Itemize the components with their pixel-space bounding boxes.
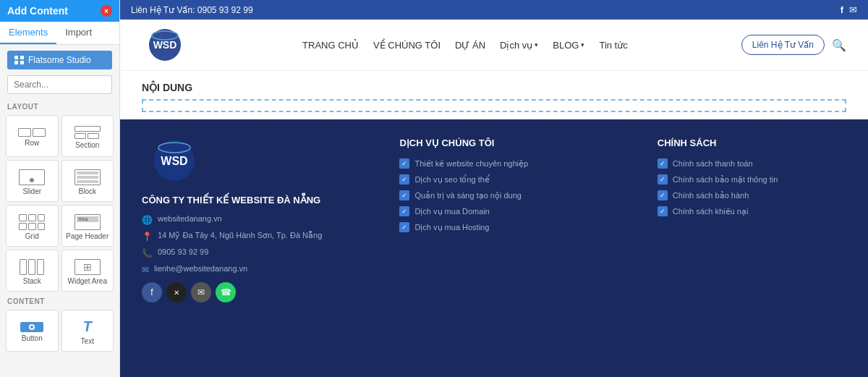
email-social-button[interactable]: ✉ (191, 282, 211, 302)
svg-text:WSD: WSD (153, 39, 177, 51)
close-button[interactable]: × (101, 5, 112, 17)
twitter-social-button[interactable]: ✕ (166, 282, 187, 302)
site-header: WSD TRANG CHỦ VỀ CHÚNG TÔI DỰ ÁN Dịch vụ… (120, 20, 868, 71)
footer-phone: 📞 0905 93 92 99 (142, 247, 378, 258)
footer-email: ✉ lienhe@websitedanang.vn (142, 264, 378, 275)
element-grid[interactable]: Grid (6, 205, 59, 247)
blog-chevron-icon: ▾ (581, 41, 584, 48)
check-icon-4: ✓ (399, 222, 409, 232)
element-widget-area[interactable]: ⊞ Widget Area (61, 250, 114, 292)
button-label: Button (22, 334, 43, 342)
phone-social-button[interactable]: ☎ (216, 282, 236, 302)
dich-vu-chevron-icon: ▾ (535, 41, 538, 48)
section-label-text: Section (75, 141, 99, 149)
slider-icon (19, 169, 45, 185)
element-page-header[interactable]: TITLE Page Header (61, 205, 114, 247)
policy-item-3: ✓ Chính sách khiếu nại (658, 206, 846, 216)
left-panel: Add Content × Elements Import Flatsome S… (0, 0, 120, 377)
element-row[interactable]: Row (6, 115, 59, 157)
mail-icon: ✉ (142, 265, 149, 275)
service-item-4: ✓ Dịch vụ mua Hosting (399, 222, 635, 232)
search-input[interactable] (7, 75, 112, 94)
content-drop-zone[interactable] (142, 99, 846, 112)
policy-item-1: ✓ Chính sách bảo mật thông tin (658, 174, 846, 185)
check-icon-p0: ✓ (658, 158, 668, 169)
facebook-icon[interactable]: f (841, 4, 843, 15)
website-icon: 🌐 (142, 215, 153, 225)
page-header-icon: TITLE (75, 214, 101, 230)
widget-area-label: Widget Area (68, 277, 107, 285)
stack-icon (20, 259, 44, 275)
nav-dich-vu[interactable]: Dịch vụ ▾ (500, 40, 538, 51)
search-icon[interactable]: 🔍 (832, 38, 846, 52)
footer-policies-col: CHÍNH SÁCH ✓ Chính sách thanh toán ✓ Chí… (658, 137, 846, 359)
grid-label: Grid (25, 232, 39, 240)
nav-trang-chu[interactable]: TRANG CHỦ (302, 40, 359, 51)
site-logo: WSD (142, 27, 189, 63)
tab-elements[interactable]: Elements (0, 22, 56, 44)
element-section[interactable]: Section (61, 115, 114, 157)
topbar-social-icons: f ✉ (841, 4, 857, 15)
slider-label: Slider (22, 187, 41, 195)
topbar-phone-text: Liên Hệ Tư Vấn: 0905 93 92 99 (131, 5, 253, 15)
footer-company-name: CÔNG TY THIẾT KẾ WEBSITE ĐÀ NẴNG (142, 195, 378, 206)
email-icon[interactable]: ✉ (849, 4, 857, 15)
service-item-0: ✓ Thiết kế website chuyên nghiệp (399, 158, 635, 169)
button-icon (20, 322, 43, 332)
text-label: Text (81, 337, 94, 345)
footer-policies-title: CHÍNH SÁCH (658, 137, 846, 148)
layout-section-label: LAYOUT (0, 100, 119, 112)
footer-social-buttons: f ✕ ✉ ☎ (142, 282, 378, 302)
service-item-2: ✓ Quản trị và sáng tạo nội dung (399, 190, 635, 200)
svg-text:WSD: WSD (161, 155, 187, 167)
content-section-label: CONTENT (0, 295, 119, 307)
panel-tabs: Elements Import (0, 22, 119, 45)
footer-services-title: DỊCH VỤ CHÚNG TÔI (399, 137, 635, 148)
check-icon-p2: ✓ (658, 190, 668, 200)
text-icon: T (75, 318, 101, 335)
nav-ve-chung-toi[interactable]: VỀ CHÚNG TÔI (373, 40, 441, 51)
stack-label: Stack (23, 277, 41, 285)
phone-icon: 📞 (142, 248, 153, 258)
footer-company-col: WSD CÔNG TY THIẾT KẾ WEBSITE ĐÀ NẴNG 🌐 w… (142, 137, 378, 359)
element-text[interactable]: T Text (61, 310, 114, 352)
header-right: Liên Hệ Tư Vấn 🔍 (741, 35, 846, 55)
footer-logo: WSD (142, 137, 378, 187)
widget-area-icon: ⊞ (75, 259, 101, 275)
flatsome-studio-button[interactable]: Flatsome Studio (7, 51, 112, 69)
element-stack[interactable]: Stack (6, 250, 59, 292)
block-icon (75, 169, 101, 185)
check-icon-p1: ✓ (658, 174, 668, 185)
page-header-label: Page Header (66, 232, 109, 240)
element-slider[interactable]: Slider (6, 160, 59, 202)
tab-import[interactable]: Import (56, 22, 101, 44)
top-bar: Liên Hệ Tư Vấn: 0905 93 92 99 f ✉ (120, 0, 868, 20)
section-icon (75, 126, 101, 139)
row-label: Row (25, 139, 39, 147)
facebook-social-button[interactable]: f (142, 282, 162, 302)
element-block[interactable]: Block (61, 160, 114, 202)
content-elements-grid: Button T Text (0, 307, 119, 355)
nav-du-an[interactable]: DỰ ÁN (455, 40, 485, 51)
footer-website: 🌐 websitedanang.vn (142, 214, 378, 225)
block-label: Block (79, 187, 96, 195)
content-title: NỘI DUNG (142, 82, 846, 93)
panel-title-bar: Add Content × (0, 0, 119, 22)
check-icon-1: ✓ (399, 174, 409, 185)
content-area: NỘI DUNG (120, 71, 868, 119)
contact-button[interactable]: Liên Hệ Tư Vấn (741, 35, 825, 55)
policy-item-2: ✓ Chính sách bảo hành (658, 190, 846, 200)
check-icon-0: ✓ (399, 158, 409, 169)
layout-elements-grid: Row Section Slider Block (0, 112, 119, 295)
service-item-1: ✓ Dịch vụ seo tổng thể (399, 174, 635, 185)
flatsome-grid-icon (14, 56, 25, 64)
footer-address: 📍 14 Mỹ Đa Tây 4, Ngũ Hành Sơn, Tp. Đà N… (142, 231, 378, 242)
nav-tin-tuc[interactable]: Tin tức (599, 40, 627, 51)
row-icon (18, 128, 46, 137)
panel-title-text: Add Content (7, 5, 68, 17)
nav-blog[interactable]: BLOG ▾ (553, 40, 584, 51)
check-icon-3: ✓ (399, 206, 409, 216)
element-button[interactable]: Button (6, 310, 59, 352)
policy-item-0: ✓ Chính sách thanh toán (658, 158, 846, 169)
grid-icon (19, 214, 45, 230)
